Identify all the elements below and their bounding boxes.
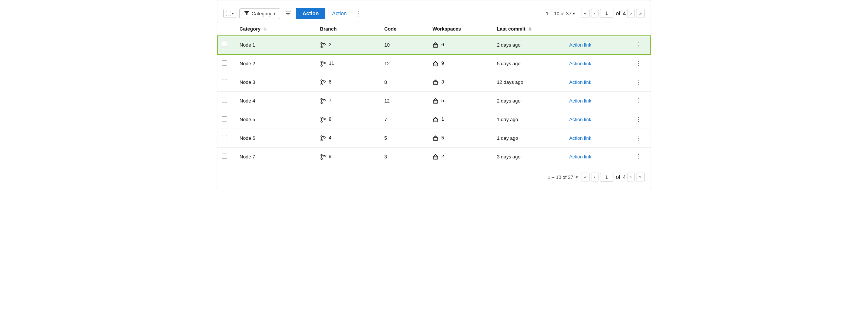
row-lastcommit: 1 day ago	[492, 110, 565, 129]
pagination-last-button[interactable]: »	[636, 9, 645, 18]
row-workspaces: 3	[428, 73, 492, 92]
select-all-checkbox[interactable]	[226, 11, 231, 16]
row-code: 12	[380, 92, 428, 110]
row-category: Node 4	[235, 92, 316, 110]
row-action-link[interactable]: Action link	[569, 135, 591, 141]
row-workspaces: 1	[428, 110, 492, 129]
bottom-pagination-first-button[interactable]: «	[581, 173, 590, 182]
svg-point-17	[324, 81, 325, 82]
row-action-link[interactable]: Action link	[569, 117, 591, 122]
row-checkbox[interactable]	[222, 154, 227, 159]
row-branch: 11	[316, 54, 380, 73]
bottom-pagination-of-label: of	[616, 174, 620, 180]
workspace-icon	[433, 79, 438, 85]
filter-button[interactable]: Category ▾	[239, 8, 280, 19]
row-checkbox-cell	[217, 36, 235, 54]
bottom-pagination-next-button[interactable]: ›	[627, 173, 635, 182]
table-row: Node 5 8 7 1	[217, 110, 651, 129]
row-action-link[interactable]: Action link	[569, 154, 591, 160]
row-lastcommit: 12 days ago	[492, 73, 565, 92]
row-more-cell: ⋮	[629, 73, 651, 92]
row-workspaces: 9	[428, 54, 492, 73]
row-action-link-cell: Action link	[565, 129, 629, 148]
select-all-checkbox-dropdown[interactable]: ▾	[223, 9, 236, 18]
branch-icon	[320, 98, 326, 104]
row-checkbox[interactable]	[222, 79, 227, 84]
toolbar: ▾ Category ▾ Action Action ⋮ 1 – 1	[217, 5, 651, 22]
col-lastcommit-label: Last commit	[497, 26, 526, 32]
col-workspaces-label: Workspaces	[433, 26, 461, 32]
row-checkbox-cell	[217, 110, 235, 129]
row-more-button[interactable]: ⋮	[634, 152, 645, 161]
row-workspaces: 2	[428, 148, 492, 166]
row-checkbox-cell	[217, 92, 235, 110]
row-action-link-cell: Action link	[565, 110, 629, 129]
row-code: 8	[380, 73, 428, 92]
sort-button[interactable]	[283, 8, 293, 19]
table-row: Node 3 6 8 3	[217, 73, 651, 92]
pagination-first-button[interactable]: «	[581, 9, 590, 18]
row-action-link[interactable]: Action link	[569, 61, 591, 66]
table-row: Node 4 7 12 5	[217, 92, 651, 110]
row-action-link[interactable]: Action link	[569, 79, 591, 85]
row-checkbox[interactable]	[222, 60, 227, 66]
action-link-button[interactable]: Action	[328, 8, 350, 19]
svg-point-22	[321, 102, 322, 104]
row-more-cell: ⋮	[629, 129, 651, 148]
svg-rect-20	[434, 83, 437, 85]
col-header-more	[629, 22, 651, 36]
row-more-button[interactable]: ⋮	[634, 59, 645, 68]
pagination-prev-button[interactable]: ‹	[591, 9, 599, 18]
row-more-button[interactable]: ⋮	[634, 97, 645, 105]
col-header-checkbox	[217, 22, 235, 36]
row-action-link-cell: Action link	[565, 73, 629, 92]
svg-point-5	[324, 44, 325, 45]
row-more-cell: ⋮	[629, 148, 651, 166]
row-workspaces: 5	[428, 92, 492, 110]
svg-point-34	[321, 139, 322, 141]
toolbar-more-button[interactable]: ⋮	[353, 8, 365, 19]
category-sort-icon: ⇅	[264, 27, 267, 32]
row-action-link[interactable]: Action link	[569, 42, 591, 48]
row-action-link-cell: Action link	[565, 54, 629, 73]
bottom-pagination-last-button[interactable]: »	[636, 173, 645, 182]
row-branch: 4	[316, 129, 380, 148]
row-checkbox-cell	[217, 129, 235, 148]
bottom-pagination-page-input[interactable]	[600, 173, 613, 182]
lastcommit-sort-icon: ⇅	[528, 27, 532, 32]
workspace-icon	[433, 98, 438, 104]
svg-rect-32	[434, 120, 437, 122]
branch-icon	[320, 117, 326, 123]
filter-chevron-icon: ▾	[274, 12, 275, 16]
row-more-button[interactable]: ⋮	[634, 115, 645, 124]
svg-point-4	[321, 46, 322, 48]
row-more-button[interactable]: ⋮	[634, 41, 645, 49]
svg-point-16	[321, 83, 322, 85]
bottom-pagination-prev-button[interactable]: ‹	[591, 173, 599, 182]
row-branch: 7	[316, 92, 380, 110]
row-category: Node 2	[235, 54, 316, 73]
row-checkbox[interactable]	[222, 116, 227, 122]
pagination-chevron-icon: ▾	[573, 11, 575, 16]
row-more-button[interactable]: ⋮	[634, 78, 645, 86]
row-checkbox[interactable]	[222, 42, 227, 47]
row-more-cell: ⋮	[629, 54, 651, 73]
col-header-category[interactable]: Category ⇅	[235, 22, 316, 36]
pagination-next-button[interactable]: ›	[627, 9, 635, 18]
col-header-lastcommit[interactable]: Last commit ⇅	[492, 22, 565, 36]
row-lastcommit: 5 days ago	[492, 54, 565, 73]
table-row: Node 2 11 12 9	[217, 54, 651, 73]
row-checkbox[interactable]	[222, 135, 227, 140]
action-primary-button[interactable]: Action	[296, 8, 326, 19]
row-checkbox-cell	[217, 54, 235, 73]
row-more-button[interactable]: ⋮	[634, 134, 645, 142]
svg-point-41	[324, 155, 325, 157]
pagination-page-input[interactable]: 1	[600, 9, 613, 18]
row-more-cell: ⋮	[629, 110, 651, 129]
row-action-link[interactable]: Action link	[569, 98, 591, 104]
row-code: 3	[380, 148, 428, 166]
row-checkbox[interactable]	[222, 98, 227, 103]
pagination-info: 1 – 10 of 37 ▾	[546, 11, 575, 16]
col-branch-label: Branch	[320, 26, 337, 32]
row-branch: 2	[316, 36, 380, 54]
